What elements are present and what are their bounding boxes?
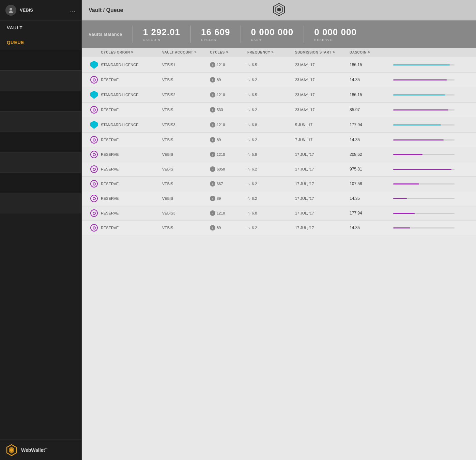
frequency-wave-icon: ∿: [247, 152, 251, 157]
trademark-symbol: ™: [45, 447, 48, 450]
row-icon-cell: [87, 61, 101, 69]
balance-separator-1: [133, 26, 133, 43]
frequency-value: 6.5: [252, 63, 257, 67]
frequency-wave-icon: ∿: [247, 122, 251, 127]
row-icon-cell: [87, 76, 101, 84]
dascoin-cell: 186.15: [350, 62, 390, 67]
sidebar-more-button[interactable]: ...: [70, 7, 76, 13]
balance-bar-label: Vaults Balance: [89, 32, 122, 37]
cycles-origin-cell: RESERVE: [101, 196, 162, 201]
frequency-wave-icon: ∿: [247, 137, 251, 142]
cycles-value: 89: [217, 226, 221, 230]
sidebar-block-3: [0, 91, 81, 111]
cycles-cell: c 89: [210, 77, 247, 83]
progress-track: [393, 64, 455, 65]
submission-start-cell: 5 JUN, '17: [295, 123, 350, 127]
frequency-cell: ∿ 6.8: [247, 211, 295, 216]
balance-separator-2: [190, 26, 191, 43]
balance-cash-label: CASH: [251, 38, 262, 42]
row-icon-cell: [87, 165, 101, 173]
col-submission-start[interactable]: SUBMISSION START ⇅: [295, 50, 350, 54]
dascoin-value: 186.15: [350, 92, 390, 97]
progress-bar-cell: [390, 79, 471, 80]
vault-account-cell: VEBIS1: [162, 63, 210, 67]
cycles-coin-icon: c: [210, 225, 215, 231]
table-row[interactable]: RESERVE VEBIS c 533 ∿ 6.2 23 MAY, '17 85…: [82, 103, 476, 117]
cycles-origin-cell: RESERVE: [101, 138, 162, 142]
cycles-coin-icon: c: [210, 152, 215, 157]
table-row[interactable]: RESERVE VEBIS c 89 ∿ 6.2 23 MAY, '17 14.…: [82, 73, 476, 87]
progress-fill: [393, 169, 451, 170]
table-row[interactable]: RESERVE VEBIS c 667 ∿ 6.2 17 JUL, '17 10…: [82, 177, 476, 191]
cycles-value: 1210: [217, 93, 225, 97]
vault-account-cell: VEBIS: [162, 138, 210, 142]
sidebar-block-5: [0, 132, 81, 152]
table-row[interactable]: STANDARD LICENCE VEBIS3 c 1210 ∿ 6.8 5 J…: [82, 117, 476, 133]
shield-icon: [90, 121, 98, 129]
table-row[interactable]: RESERVE VEBIS c 89 ∿ 6.2 7 JUN, '17 14.3…: [82, 133, 476, 147]
cycles-cell: c 1210: [210, 62, 247, 68]
sidebar-username: VEBIS: [20, 8, 70, 13]
progress-track: [393, 154, 455, 155]
progress-track: [393, 79, 455, 80]
frequency-cell: ∿ 6.2: [247, 137, 295, 142]
reserve-icon: [90, 76, 98, 84]
balance-bar: Vaults Balance 1 292.01 DASCOIN 16 609 C…: [82, 20, 476, 48]
vault-account-cell: VEBIS: [162, 226, 210, 230]
col-cycles[interactable]: CYCLES ⇅: [210, 50, 247, 54]
balance-cash-value: 0 000 000: [251, 27, 294, 38]
table-row[interactable]: RESERVE VEBIS c 89 ∿ 6.2 17 JUL, '17 14.…: [82, 191, 476, 206]
sidebar-item-queue[interactable]: QUEUE: [0, 35, 81, 50]
table-row[interactable]: STANDARD LICENCE VEBIS2 c 1210 ∿ 6.5 23 …: [82, 87, 476, 103]
dascoin-cell: 14.35: [350, 137, 390, 142]
shield-icon: [90, 91, 98, 99]
submission-start-cell: 17 JUL, '17: [295, 167, 350, 171]
cycles-value: 1210: [217, 211, 225, 215]
cycles-cell: c 89: [210, 137, 247, 143]
dascoin-cell: 85.97: [350, 107, 390, 112]
vault-account-cell: VEBIS: [162, 152, 210, 157]
table-row[interactable]: RESERVE VEBIS c 1210 ∿ 5.8 17 JUL, '17 2…: [82, 147, 476, 162]
table-row[interactable]: RESERVE VEBIS3 c 1210 ∿ 6.8 17 JUL, '17 …: [82, 206, 476, 221]
sidebar-item-vault[interactable]: VAULT: [0, 20, 81, 35]
submission-start-cell: 23 MAY, '17: [295, 63, 350, 67]
row-icon-cell: [87, 224, 101, 232]
webwallet-label: WebWallet™: [21, 447, 48, 453]
reserve-icon: [90, 224, 98, 232]
cycles-coin-icon: c: [210, 196, 215, 201]
dascoin-cell: 975.81: [350, 167, 390, 172]
submission-start-cell: 17 JUL, '17: [295, 182, 350, 186]
topbar-logo: [272, 3, 286, 17]
progress-bar-cell: [390, 227, 471, 228]
table-row[interactable]: STANDARD LICENCE VEBIS1 c 1210 ∿ 6.5 23 …: [82, 57, 476, 73]
frequency-value: 6.2: [252, 108, 257, 112]
vault-account-cell: VEBIS: [162, 108, 210, 112]
col-bar: [390, 50, 471, 54]
frequency-value: 6.2: [252, 78, 257, 82]
cycles-cell: c 1210: [210, 152, 247, 157]
progress-track: [393, 109, 455, 110]
sidebar-block-4: [0, 111, 81, 132]
frequency-wave-icon: ∿: [247, 196, 251, 201]
col-frequency[interactable]: FREQUENCY ⇅: [247, 50, 295, 54]
progress-bar-cell: [390, 109, 471, 110]
balance-cycles-value: 16 609: [201, 27, 230, 38]
svg-marker-7: [277, 8, 281, 12]
vault-account-cell: VEBIS: [162, 182, 210, 186]
vault-account-cell: VEBIS: [162, 196, 210, 201]
frequency-wave-icon: ∿: [247, 181, 251, 186]
table-row[interactable]: RESERVE VEBIS c 89 ∿ 6.2 17 JUL, '17 14.…: [82, 221, 476, 235]
col-dascoin[interactable]: DASCOIN ⇅: [350, 50, 390, 54]
frequency-cell: ∿ 6.5: [247, 62, 295, 67]
frequency-cell: ∿ 6.8: [247, 122, 295, 127]
frequency-value: 6.2: [252, 226, 257, 230]
table-row[interactable]: RESERVE VEBIS c 6050 ∿ 6.2 17 JUL, '17 9…: [82, 162, 476, 177]
progress-fill: [393, 198, 407, 199]
dascoin-value: 14.35: [350, 196, 390, 201]
col-cycles-origin[interactable]: CYCLES ORIGIN ⇅: [101, 50, 162, 54]
frequency-wave-icon: ∿: [247, 107, 251, 112]
col-vault-account[interactable]: VAULT ACCOUNT ⇅: [162, 50, 210, 54]
balance-cycles-label: CYCLES: [201, 38, 216, 42]
dascoin-cell: 14.35: [350, 225, 390, 230]
cycles-origin-cell: RESERVE: [101, 78, 162, 82]
